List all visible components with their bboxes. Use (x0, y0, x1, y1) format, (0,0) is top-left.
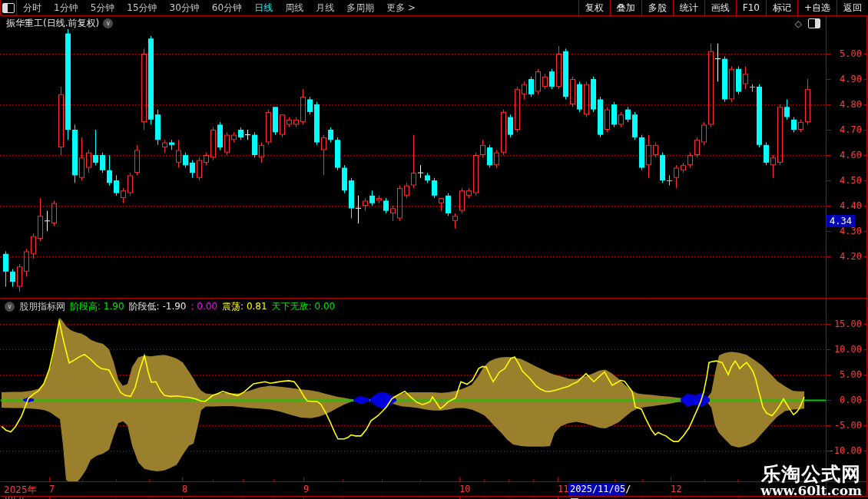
toolbar-button-+自选[interactable]: +自选 (797, 0, 837, 15)
toolbar-button-返回[interactable]: 返回 (837, 0, 868, 15)
period-tab-1分钟[interactable]: 1分钟 (48, 0, 84, 15)
layout-toggle-button[interactable] (0, 0, 17, 15)
price-tick-4.30: 4.30 (828, 226, 862, 236)
period-tab-15分钟[interactable]: 15分钟 (121, 0, 163, 15)
price-tick-4.50: 4.50 (828, 175, 862, 186)
month-label-11: 11 (558, 484, 568, 494)
indicator-tick--5.00: -5.00 (828, 420, 862, 431)
indicator-tick-15.00: 15.00 (828, 319, 862, 329)
split-left-icon (2, 3, 15, 13)
period-tab-更多 >[interactable]: 更多 > (380, 0, 422, 15)
corner-icons: ◇ (795, 18, 820, 28)
period-tab-日线[interactable]: 日线 (248, 0, 279, 15)
month-label-9: 9 (303, 484, 309, 494)
price-tick-4.70: 4.70 (828, 124, 862, 135)
action-menu: 复权叠加多股统计画线F10标记+自选返回 (578, 0, 868, 15)
toolbar-button-多股[interactable]: 多股 (641, 0, 673, 15)
period-tab-5分钟[interactable]: 5分钟 (84, 0, 121, 15)
indicator-source-label: 股朋指标网 (19, 300, 65, 313)
price-tick-4.20: 4.20 (828, 251, 862, 262)
indicator-tick-10.00: 10.00 (828, 344, 862, 355)
toolbar-button-F10[interactable]: F10 (736, 0, 766, 15)
toolbar-button-标记[interactable]: 标记 (766, 0, 797, 15)
watermark-site-name: 乐淘公式网 (760, 464, 862, 484)
indicator-chevron-icon[interactable]: ∨ (5, 302, 15, 312)
date-axis: 2025年 2025/11/05/三 789101112 (0, 483, 868, 496)
indicator-value-4: 天下无敌: 0.00 (272, 300, 336, 313)
period-tab-周线[interactable]: 周线 (279, 0, 310, 15)
price-tick-4.90: 4.90 (828, 74, 862, 84)
month-label-7: 7 (49, 484, 55, 494)
collapse-chevron-icon[interactable]: ∨ (103, 18, 113, 28)
period-toolbar: 分时1分钟5分钟15分钟30分钟60分钟日线周线月线多周期更多 > 复权叠加多股… (0, 0, 868, 15)
period-tab-月线[interactable]: 月线 (310, 0, 340, 15)
toolbar-button-统计[interactable]: 统计 (673, 0, 704, 15)
month-label-10: 10 (459, 484, 470, 494)
trading-app-window: 分时1分钟5分钟15分钟30分钟60分钟日线周线月线多周期更多 > 复权叠加多股… (0, 0, 868, 499)
price-tick-4.80: 4.80 (828, 99, 862, 110)
indicator-value-3: 震荡: 0.81 (222, 300, 267, 313)
split-right-icon[interactable] (808, 18, 820, 28)
toolbar-button-画线[interactable]: 画线 (704, 0, 736, 15)
watermark-url: www.60lt.com (760, 484, 862, 497)
period-tab-60分钟[interactable]: 60分钟 (206, 0, 248, 15)
price-tick-4.60: 4.60 (828, 150, 862, 160)
period-tab-30分钟[interactable]: 30分钟 (164, 0, 206, 15)
chart-canvas[interactable] (0, 0, 868, 499)
year-label: 2025年 (4, 484, 37, 497)
indicator-tick-0.00: 0.00 (828, 395, 862, 405)
stock-title: 振华重工(日线.前复权) (6, 17, 99, 30)
indicator-tick-5.00: 5.00 (828, 369, 862, 380)
price-tick-5.00: 5.00 (828, 48, 862, 59)
indicator-value-0: 阶段高: 1.90 (70, 300, 124, 313)
month-label-12: 12 (671, 484, 681, 494)
indicator-header: ∨ 股朋指标网 阶段高: 1.90阶段低: -1.90: 0.00震荡: 0.8… (5, 300, 335, 312)
period-tab-多周期[interactable]: 多周期 (340, 0, 380, 15)
toolbar-button-叠加[interactable]: 叠加 (610, 0, 641, 15)
indicator-tick--10.00: -10.00 (828, 445, 862, 456)
indicator-value-2: : 0.00 (190, 301, 217, 312)
chart-title-row: 振华重工(日线.前复权) ∨ (6, 17, 113, 29)
price-cursor-badge: 4.34 (827, 215, 855, 227)
indicator-value-1: 阶段低: -1.90 (129, 300, 187, 313)
period-tab-分时[interactable]: 分时 (17, 0, 48, 15)
month-label-8: 8 (182, 484, 187, 494)
toolbar-button-复权[interactable]: 复权 (578, 0, 610, 15)
price-tick-4.40: 4.40 (828, 200, 862, 211)
diamond-icon[interactable]: ◇ (795, 19, 802, 28)
watermark: 乐淘公式网 www.60lt.com (760, 464, 862, 497)
date-cursor-badge: 2025/11/05/三 (568, 483, 625, 496)
period-menu: 分时1分钟5分钟15分钟30分钟60分钟日线周线月线多周期更多 > (17, 0, 422, 15)
